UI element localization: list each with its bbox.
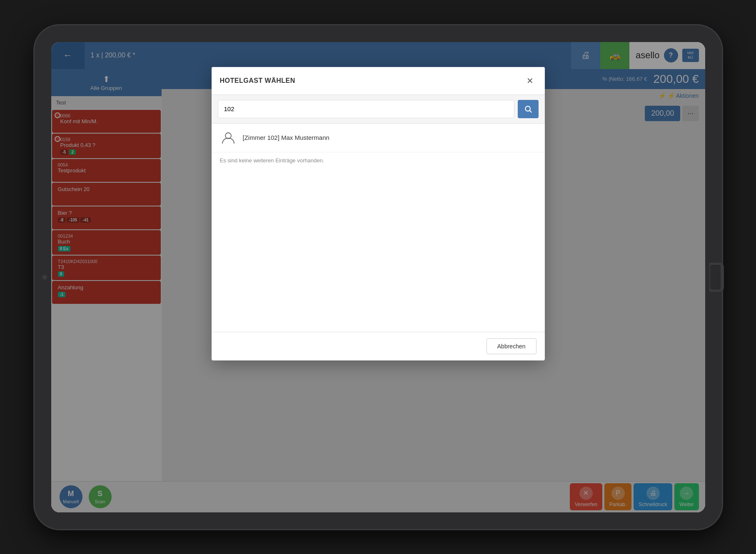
guest-person-icon — [220, 129, 237, 146]
guest-list-item[interactable]: [Zimmer 102] Max Mustermann — [212, 124, 545, 152]
modal-footer: Abbrechen — [212, 332, 545, 360]
svg-line-1 — [529, 110, 531, 112]
svg-point-0 — [525, 106, 530, 111]
guest-name: [Zimmer 102] Max Mustermann — [243, 134, 329, 141]
modal-body: [Zimmer 102] Max Mustermann Es sind kein… — [212, 124, 545, 332]
abbrechen-button[interactable]: Abbrechen — [487, 338, 536, 354]
modal-header: HOTELGAST WÄHLEN ✕ — [212, 67, 545, 95]
modal-title: HOTELGAST WÄHLEN — [220, 77, 295, 84]
svg-point-2 — [225, 133, 231, 139]
modal-search-input[interactable] — [218, 100, 514, 118]
search-icon — [524, 105, 532, 113]
modal-search-button[interactable] — [518, 100, 539, 118]
modal-close-button[interactable]: ✕ — [524, 75, 536, 87]
modal-search-area — [212, 95, 545, 124]
hotelgast-modal: HOTELGAST WÄHLEN ✕ — [212, 67, 545, 360]
modal-overlay: HOTELGAST WÄHLEN ✕ — [51, 42, 705, 512]
no-more-entries-label: Es sind keine weiteren Einträge vorhande… — [212, 152, 545, 169]
